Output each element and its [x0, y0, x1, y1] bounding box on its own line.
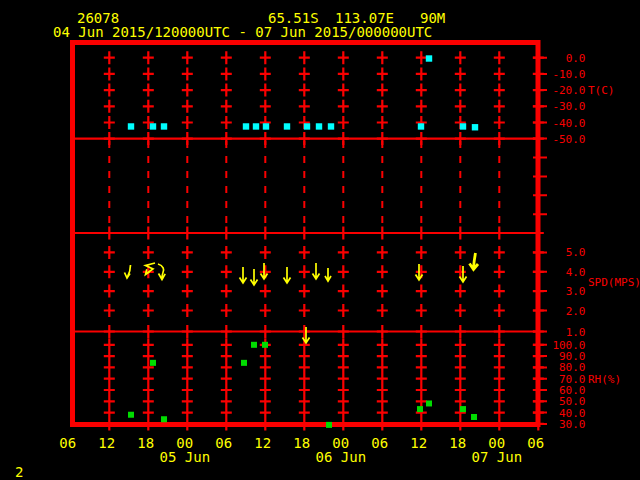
axis-tick-label: 3.0: [566, 285, 586, 298]
temperature-point: [128, 123, 134, 129]
temp-grid-crosses: [104, 51, 544, 145]
axis-tick-label: -20.0: [552, 84, 585, 97]
blank-panel-dashed-gridlines: [109, 141, 538, 230]
plot-frame: [73, 43, 548, 431]
humidity-point: [128, 412, 134, 418]
wind-arrow: [251, 269, 258, 285]
axis-tick-label: -50.0: [552, 133, 585, 146]
wind-series: [125, 253, 479, 343]
humidity-point: [460, 406, 466, 412]
meteogram-screen: 26078 65.51S 113.07E 90M 04 Jun 2015/120…: [0, 0, 640, 480]
x-tick-label: 12: [410, 435, 427, 451]
time-axis-labels: 0612180006121800061218000605 Jun06 Jun07…: [59, 435, 544, 465]
x-tick-label: 06: [371, 435, 388, 451]
humidity-point: [426, 400, 432, 406]
wind-arrow: [284, 267, 291, 283]
temperature-point: [243, 123, 249, 129]
x-date-label: 06 Jun: [316, 449, 367, 465]
temperature-point: [253, 123, 259, 129]
meteogram-chart: 0.0-10.0-20.0-30.0-40.0-50.05.04.03.02.0…: [0, 0, 640, 480]
humidity-point: [161, 416, 167, 422]
humidity-point: [241, 360, 247, 366]
humidity-point: [150, 360, 156, 366]
speed-grid-crosses: [104, 227, 544, 339]
wind-arrow: [470, 253, 479, 270]
x-tick-label: 12: [98, 435, 115, 451]
humidity-point: [262, 342, 268, 348]
axis-tick-label: -30.0: [552, 100, 585, 113]
humidity-point: [471, 414, 477, 420]
axis-unit-label: SPD(MPS): [588, 276, 640, 289]
axis-tick-label: 30.0: [559, 418, 586, 431]
temperature-point: [426, 55, 432, 61]
wind-arrow: [125, 265, 131, 278]
axis-unit-label: T(C): [588, 84, 615, 97]
x-date-label: 05 Jun: [160, 449, 211, 465]
temperature-series: [128, 55, 478, 130]
temperature-point: [460, 123, 466, 129]
axis-unit-label: RH(%): [588, 373, 621, 386]
right-axis-labels: 0.0-10.0-20.0-30.0-40.0-50.05.04.03.02.0…: [552, 52, 640, 431]
temperature-point: [263, 123, 269, 129]
axis-tick-label: 5.0: [566, 246, 586, 259]
humidity-point: [251, 342, 257, 348]
x-tick-label: 06: [59, 435, 76, 451]
x-tick-label: 18: [293, 435, 310, 451]
temperature-point: [304, 123, 310, 129]
wind-arrow: [325, 268, 331, 281]
axis-tick-label: 4.0: [566, 266, 586, 279]
temperature-point: [161, 123, 167, 129]
wind-arrow: [158, 264, 165, 280]
axis-tick-label: -40.0: [552, 117, 585, 130]
x-tick-label: 06: [527, 435, 544, 451]
wind-arrow: [240, 267, 247, 283]
x-tick-label: 12: [254, 435, 271, 451]
x-date-label: 07 Jun: [472, 449, 523, 465]
x-tick-label: 06: [215, 435, 232, 451]
axis-tick-label: 0.0: [566, 52, 586, 65]
x-tick-label: 18: [137, 435, 154, 451]
temperature-point: [328, 123, 334, 129]
wind-arrow: [313, 263, 320, 279]
temperature-point: [284, 123, 290, 129]
temperature-point: [418, 123, 424, 129]
axis-tick-label: 1.0: [566, 326, 586, 339]
humidity-grid-crosses: [104, 338, 544, 430]
axis-tick-label: 2.0: [566, 305, 586, 318]
humidity-point: [326, 422, 332, 428]
axis-tick-label: -10.0: [552, 68, 585, 81]
x-tick-label: 18: [449, 435, 466, 451]
temperature-point: [316, 123, 322, 129]
humidity-point: [417, 406, 423, 412]
temperature-point: [472, 124, 478, 130]
temperature-point: [150, 123, 156, 129]
humidity-series: [128, 342, 477, 428]
